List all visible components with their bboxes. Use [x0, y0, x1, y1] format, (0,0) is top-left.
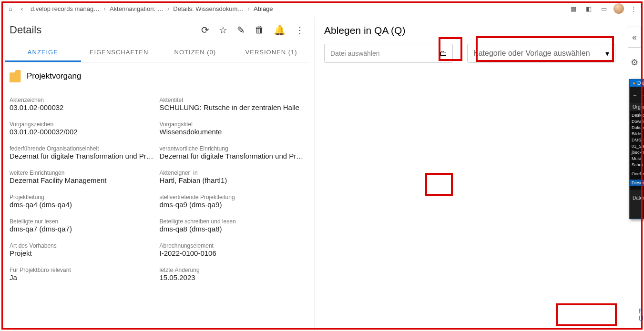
- field-value: I-2022-0100-0106: [160, 249, 305, 257]
- field-label: Aktentitel: [160, 97, 305, 103]
- field-label: letzte Änderung: [160, 267, 305, 273]
- tab-anzeige[interactable]: ANZEIGE: [5, 44, 81, 62]
- field-value: dms-qa4 (dms-qa4): [10, 201, 155, 209]
- field-label: Vorgangstitel: [160, 121, 305, 128]
- field-label: federführende Organisationseinheit: [10, 145, 155, 152]
- nav-back-icon[interactable]: ←: [633, 92, 637, 98]
- field-value: Dezernat für digitale Transformation und…: [10, 152, 155, 160]
- tree-item[interactable]: Bilder: [630, 130, 644, 137]
- tree-item[interactable]: Desktop: [630, 112, 644, 118]
- crumb-details[interactable]: Details: Wissensdokum…: [170, 5, 246, 12]
- folder-icon: 🗀: [440, 49, 447, 58]
- category-select[interactable]: Kategorie oder Vorlage auswählen ▾: [467, 44, 615, 63]
- home-icon[interactable]: ⌂: [5, 3, 16, 14]
- fields-container: Aktenzeichen03.01.02-000032 AktentitelSC…: [0, 87, 314, 331]
- details-title: Details: [10, 24, 41, 36]
- tab-versionen[interactable]: VERSIONEN (1): [233, 44, 309, 62]
- field-value: Projekt: [10, 249, 155, 257]
- field-value: 03.01.02-000032/002: [10, 128, 155, 136]
- tree-item[interactable]: jbeckmann27 (\\…: [630, 149, 644, 155]
- topbar: ⌂ ‹ d.velop records manag… › Aktennaviga…: [0, 0, 644, 17]
- filename-label: Dateiname:: [633, 195, 644, 201]
- delete-icon[interactable]: 🗑: [255, 24, 264, 36]
- layout2-icon[interactable]: ▭: [598, 3, 610, 14]
- project-title: Projektvorgang: [27, 71, 81, 81]
- nav-fwd-icon[interactable]: →: [640, 92, 644, 98]
- chevron-icon: ›: [166, 5, 171, 12]
- field-label: weitere Einrichtungen: [10, 170, 155, 176]
- field-label: Beteiligte schreiben und lesen: [160, 218, 305, 225]
- star-icon[interactable]: ☆: [219, 24, 227, 36]
- details-actions: ⟳ ☆ ✎ 🗑 🔔 ⋮: [201, 24, 305, 36]
- field-value: SCHULUNG: Rutsche in der zentralen Halle: [160, 103, 305, 111]
- tab-notizen[interactable]: NOTIZEN (0): [157, 44, 234, 62]
- field-value: 03.01.02-000032: [10, 103, 155, 111]
- dialog-tree[interactable]: Desktop Downloads Dokumente Bilder DMS_B…: [630, 111, 644, 190]
- field-value: dms-qa9 (dms-qa9): [160, 201, 305, 209]
- dialog-title: Datei hochladen: [637, 80, 644, 86]
- tree-item[interactable]: Downloads: [630, 118, 644, 124]
- file-select-input[interactable]: Datei auswählen: [324, 44, 434, 63]
- check-properties-button[interactable]: EIGENSCHAFTEN ÜBERPRÜFEN: [639, 307, 644, 322]
- tab-eigenschaften[interactable]: EIGENSCHAFTEN: [81, 44, 157, 62]
- crumb-nav[interactable]: Aktennavigation: …: [107, 5, 166, 12]
- field-value: dms-qa8 (dms-qa8): [160, 225, 305, 233]
- project-header: Projektvorgang: [0, 62, 314, 87]
- tree-item[interactable]: Schulungsunterl…: [630, 161, 644, 168]
- details-panel: Details ⟳ ☆ ✎ 🗑 🔔 ⋮ ANZEIGE EIGENSCHAFTE…: [0, 17, 315, 331]
- more-vert-icon[interactable]: ⋮: [295, 24, 305, 36]
- field-value: Wissensdokumente: [160, 128, 305, 136]
- field-label: Beteiligte nur lesen: [10, 218, 155, 225]
- tree-item[interactable]: 01_Steuerungsd…: [630, 143, 644, 149]
- firefox-icon: ●: [633, 80, 635, 86]
- refresh-icon[interactable]: ⟳: [201, 24, 209, 36]
- field-value: Hartl, Fabian (fhartl1): [160, 176, 305, 184]
- crumb-app[interactable]: d.velop records manag…: [28, 5, 102, 12]
- field-label: Vorgangszeichen: [10, 121, 155, 128]
- tree-item[interactable]: Musik: [630, 155, 644, 161]
- collapse-icon[interactable]: «: [628, 27, 641, 48]
- edit-icon[interactable]: ✎: [237, 24, 245, 36]
- chevron-icon: ›: [102, 5, 107, 12]
- field-label: Für Projektbüro relevant: [10, 267, 155, 273]
- caret-down-icon: ▾: [605, 49, 609, 58]
- category-placeholder: Kategorie oder Vorlage auswählen: [473, 49, 590, 58]
- ablage-title: Ablegen in QA (Q): [315, 22, 625, 41]
- folder-icon: [10, 70, 22, 82]
- bell-icon[interactable]: 🔔: [274, 24, 286, 36]
- tree-item[interactable]: DMS_Berecht …: [630, 137, 644, 143]
- dialog-titlebar[interactable]: ●Datei hochladen: [630, 80, 644, 87]
- field-label: Akteneigner_in: [160, 170, 305, 176]
- apps-icon[interactable]: ▦: [568, 3, 579, 14]
- field-label: Projektleitung: [10, 194, 155, 201]
- ablage-panel: Ablegen in QA (Q) Datei auswählen 🗀 Kate…: [315, 17, 625, 331]
- file-select-group: Datei auswählen 🗀: [324, 44, 453, 63]
- file-browse-button[interactable]: 🗀: [434, 44, 453, 63]
- field-label: stellvertretende Projektleitung: [160, 194, 305, 201]
- field-value: dms-qa7 (dms-qa7): [10, 225, 155, 233]
- settings-icon[interactable]: ⚙: [631, 57, 638, 68]
- more-icon[interactable]: ⋮: [628, 3, 639, 14]
- field-label: Abrechnungselement: [160, 242, 305, 249]
- field-label: Art des Vorhabens: [10, 242, 155, 249]
- field-value: Dezernat für digitale Transformation und…: [160, 152, 305, 160]
- layout1-icon[interactable]: ◧: [583, 3, 594, 14]
- field-label: Aktenzeichen: [10, 97, 155, 103]
- tree-item[interactable]: Dokumente: [630, 124, 644, 130]
- organize-menu[interactable]: Organisieren ▾: [633, 104, 644, 110]
- file-upload-dialog: ●Datei hochladen ← → ↑ Dieser … › Dokume…: [629, 79, 644, 219]
- tree-item[interactable]: OneDrive - Persön…: [630, 171, 644, 177]
- tree-item-this-pc[interactable]: Dieser PC: [630, 180, 644, 186]
- chevron-icon: ›: [246, 5, 251, 12]
- back-icon[interactable]: ‹: [16, 3, 28, 14]
- field-label: verantwortliche Einrichtung: [160, 145, 305, 152]
- topbar-actions: ▦ ◧ ▭ ⋮: [568, 3, 639, 14]
- crumb-ablage[interactable]: Ablage: [251, 5, 276, 12]
- avatar[interactable]: [613, 3, 624, 14]
- field-value: Dezernat Facility Management: [10, 176, 155, 184]
- field-value: 15.05.2023: [160, 273, 305, 281]
- field-value: Ja: [10, 273, 155, 281]
- details-tabs: ANZEIGE EIGENSCHAFTEN NOTIZEN (0) VERSIO…: [5, 44, 309, 62]
